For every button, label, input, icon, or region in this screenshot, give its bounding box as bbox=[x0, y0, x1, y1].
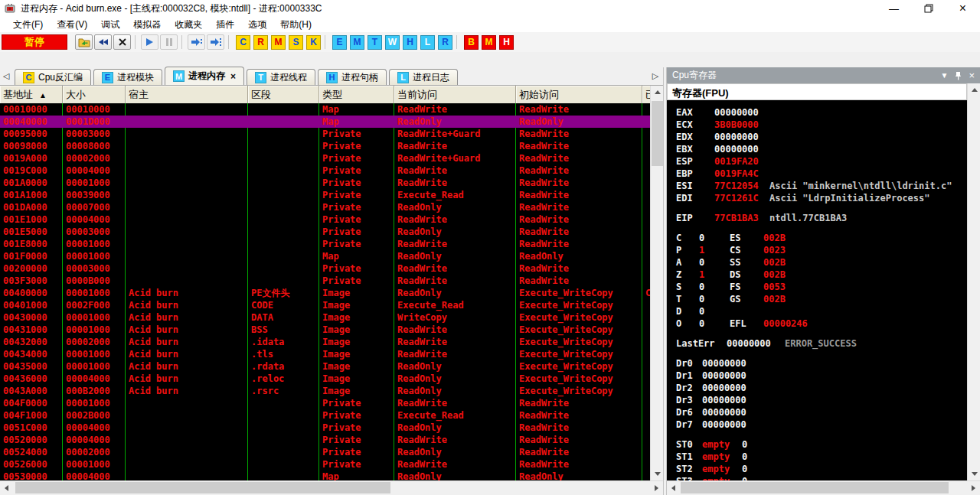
column-header-1[interactable]: 大小 bbox=[63, 86, 126, 103]
register-value[interactable]: 3B0B0000 bbox=[714, 119, 769, 131]
table-horizontal-scrollbar[interactable] bbox=[0, 480, 663, 493]
toolbar-letter-E-button[interactable]: E bbox=[332, 35, 347, 50]
flag-value[interactable]: 0 bbox=[699, 232, 730, 244]
scroll-right-icon[interactable] bbox=[967, 481, 980, 494]
table-row[interactable]: 001F000000001000MapReadOnlyReadOnly bbox=[0, 250, 650, 262]
menu-item-view[interactable]: 查看(V) bbox=[50, 17, 94, 33]
segment-value[interactable]: 002B bbox=[763, 257, 786, 268]
toolbar-letter-M-button[interactable]: M bbox=[350, 35, 364, 50]
dock-close-icon[interactable]: × bbox=[969, 70, 975, 81]
menu-item-options[interactable]: 选项 bbox=[241, 17, 273, 33]
table-row[interactable]: 0043200000002000Acid burn.idataImageRead… bbox=[0, 336, 650, 348]
register-value[interactable]: 0019FA20 bbox=[714, 155, 769, 168]
column-header-5[interactable]: 当前访问 bbox=[394, 86, 516, 103]
register-value[interactable]: 00000000 bbox=[702, 407, 746, 418]
table-row[interactable]: 0052000000004000PrivateReadWriteReadWrit… bbox=[0, 434, 650, 446]
run-icon[interactable] bbox=[141, 34, 158, 50]
toolbar-letter-L-button[interactable]: L bbox=[420, 35, 435, 50]
toolbar-letter-T-button[interactable]: T bbox=[368, 35, 382, 50]
register-value[interactable]: 77C1261C bbox=[714, 192, 769, 204]
restore-icon[interactable] bbox=[911, 0, 946, 17]
column-header-7[interactable]: 已 bbox=[642, 86, 650, 103]
rewind-icon[interactable] bbox=[94, 34, 112, 50]
table-row[interactable]: 001A100000039000PrivateExecute_ReadReadW… bbox=[0, 189, 650, 201]
flag-value[interactable]: 0 bbox=[699, 293, 730, 305]
table-row[interactable]: 0019A00000002000PrivateReadWrite+GuardRe… bbox=[0, 152, 650, 164]
step-over-icon[interactable] bbox=[207, 34, 224, 50]
register-value[interactable]: 0019FA4C bbox=[714, 168, 769, 180]
flag-value[interactable]: 0 bbox=[699, 305, 730, 318]
toolbar-letter-M-button[interactable]: M bbox=[482, 35, 496, 50]
registers-vertical-scrollbar[interactable] bbox=[967, 83, 980, 480]
scrollbar-thumb[interactable] bbox=[15, 482, 390, 493]
pause-button[interactable]: 暂停 bbox=[2, 34, 67, 50]
register-value[interactable]: 00000000 bbox=[714, 143, 769, 155]
table-row[interactable]: 0009500000003000PrivateReadWrite+GuardRe… bbox=[0, 128, 650, 140]
scroll-left-icon[interactable] bbox=[667, 481, 680, 494]
lasterr-value[interactable]: 00000000 bbox=[727, 337, 785, 350]
table-row[interactable]: 001E800000001000PrivateReadWriteReadWrit… bbox=[0, 238, 650, 250]
toolbar-letter-R-button[interactable]: R bbox=[438, 35, 452, 50]
scroll-down-icon[interactable] bbox=[651, 467, 664, 480]
toolbar-letter-B-button[interactable]: B bbox=[464, 35, 479, 50]
table-row[interactable]: 001A000000001000PrivateReadWriteReadWrit… bbox=[0, 177, 650, 189]
tab-scroll-right-icon[interactable]: ▷ bbox=[649, 68, 662, 83]
close-icon[interactable]: × bbox=[946, 0, 980, 17]
flag-value[interactable]: 1 bbox=[699, 244, 730, 256]
table-row[interactable]: 0040000000001000Acid burnPE文件头ImageReadO… bbox=[0, 287, 650, 299]
menu-item-help[interactable]: 帮助(H) bbox=[273, 17, 318, 33]
table-row[interactable]: 004F000000001000PrivateReadWriteReadWrit… bbox=[0, 397, 650, 409]
register-value[interactable]: 0 bbox=[742, 451, 747, 462]
column-header-0[interactable]: 基地址▲ bbox=[0, 86, 63, 103]
tab-3[interactable]: T进程线程 bbox=[247, 69, 315, 85]
flag-value[interactable]: 1 bbox=[699, 269, 730, 281]
register-value[interactable]: 00000000 bbox=[702, 419, 746, 430]
segment-value[interactable]: 0023 bbox=[763, 245, 786, 256]
registers-horizontal-scrollbar[interactable] bbox=[667, 480, 980, 493]
flag-value[interactable]: 0 bbox=[699, 281, 730, 293]
minimize-icon[interactable]: — bbox=[877, 0, 911, 17]
toolbar-letter-K-button[interactable]: K bbox=[306, 35, 321, 50]
toolbar-letter-H-button[interactable]: H bbox=[499, 35, 514, 50]
menu-item-plugins[interactable]: 插件 bbox=[209, 17, 241, 33]
register-value[interactable]: 00000000 bbox=[702, 370, 746, 381]
table-row[interactable]: 001E100000004000PrivateReadWriteReadWrit… bbox=[0, 213, 650, 226]
table-row[interactable]: 0043600000004000Acid burn.relocImageRead… bbox=[0, 373, 650, 385]
toolbar-letter-R-button[interactable]: R bbox=[253, 35, 268, 50]
tab-0[interactable]: CCpu反汇编 bbox=[15, 69, 91, 85]
tab-1[interactable]: E进程模块 bbox=[93, 69, 162, 85]
toolbar-letter-W-button[interactable]: W bbox=[385, 35, 400, 50]
segment-value[interactable]: 00000246 bbox=[763, 318, 808, 329]
segment-value[interactable]: 0053 bbox=[763, 282, 786, 292]
table-row[interactable]: 0009800000008000PrivateReadWriteReadWrit… bbox=[0, 140, 650, 152]
table-row[interactable]: 003F30000000B000PrivateReadWriteReadWrit… bbox=[0, 275, 650, 287]
flag-value[interactable]: 0 bbox=[699, 256, 730, 269]
table-row[interactable]: 0053000000004000MapReadOnlyReadOnly bbox=[0, 471, 650, 480]
toolbar-letter-H-button[interactable]: H bbox=[403, 35, 417, 50]
table-vertical-scrollbar[interactable] bbox=[650, 86, 663, 480]
register-value[interactable]: 00000000 bbox=[714, 131, 769, 143]
dock-pin-icon[interactable] bbox=[955, 71, 962, 80]
segment-value[interactable]: 002B bbox=[763, 294, 786, 304]
scroll-up-icon[interactable] bbox=[968, 83, 980, 96]
flag-value[interactable]: 0 bbox=[699, 318, 730, 330]
tab-4[interactable]: H进程句柄 bbox=[318, 69, 387, 85]
menu-item-emulator[interactable]: 模拟器 bbox=[126, 17, 168, 33]
register-value[interactable]: 0 bbox=[742, 464, 747, 474]
segment-value[interactable]: 002B bbox=[763, 269, 786, 280]
scroll-up-icon[interactable] bbox=[651, 86, 664, 99]
table-row[interactable]: 0001000000010000MapReadWriteReadWrite bbox=[0, 103, 650, 116]
register-value[interactable]: 0 bbox=[742, 439, 747, 450]
scroll-right-icon[interactable] bbox=[650, 481, 663, 494]
table-row[interactable]: 0051C00000004000PrivateReadOnlyReadWrite bbox=[0, 422, 650, 434]
table-row[interactable]: 004010000002F000Acid burnCODEImageExecut… bbox=[0, 299, 650, 311]
column-header-2[interactable]: 宿主 bbox=[126, 86, 248, 103]
table-row[interactable]: 0052400000002000PrivateReadOnlyReadWrite bbox=[0, 446, 650, 458]
table-row[interactable]: 000400000001D000MapReadOnlyReadOnly bbox=[0, 116, 650, 128]
register-value[interactable]: 77C12054 bbox=[714, 180, 769, 192]
step-into-icon[interactable] bbox=[188, 34, 205, 50]
register-value[interactable]: 00000000 bbox=[702, 383, 746, 393]
table-row[interactable]: 0019C00000004000PrivateReadWriteReadWrit… bbox=[0, 164, 650, 177]
table-row[interactable]: 001DA00000007000PrivateReadOnlyReadWrite bbox=[0, 201, 650, 213]
table-row[interactable]: 0020000000003000PrivateReadWriteReadWrit… bbox=[0, 262, 650, 275]
